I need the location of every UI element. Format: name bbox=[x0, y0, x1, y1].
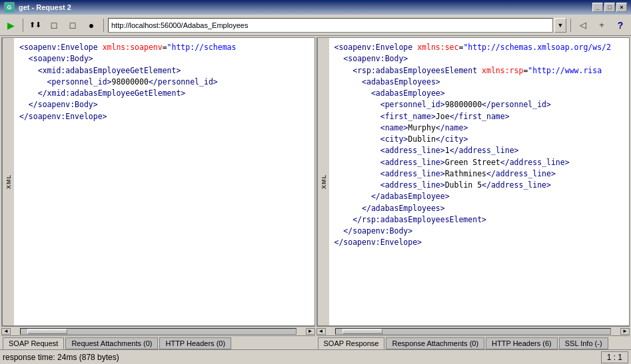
left-scroll-track[interactable] bbox=[20, 328, 297, 335]
right-xml-line10: <address_line>1</address_line> bbox=[334, 145, 624, 156]
right-xml-line1: <soapenv:Envelope xmlns:sec="http://sche… bbox=[334, 42, 624, 53]
left-panel-wrapper: XML <soapenv:Envelope xmlns:soapenv="htt… bbox=[0, 36, 316, 349]
toolbar-btn-3[interactable]: □ bbox=[65, 17, 81, 33]
url-input[interactable] bbox=[108, 18, 553, 33]
right-xml-line5: <adabasEmployee> bbox=[334, 88, 624, 99]
right-scroll-area: ◄ ► bbox=[316, 326, 630, 335]
response-time-status: response time: 24ms (878 bytes) bbox=[3, 353, 119, 362]
right-xml-line6: <personnel_id>98000000</personnel_id> bbox=[334, 99, 624, 110]
url-bar-container: ▼ bbox=[108, 18, 566, 33]
left-xml-line7: </soapenv:Envelope> bbox=[19, 111, 309, 122]
right-scroll-thumb[interactable] bbox=[342, 329, 382, 334]
right-scroll-right[interactable]: ► bbox=[620, 328, 630, 335]
left-xml-line2: <soapenv:Body> bbox=[19, 53, 309, 65]
right-xml-line14: </adabasEmployee> bbox=[334, 191, 624, 202]
minimize-button[interactable]: _ bbox=[592, 3, 603, 12]
tab-ssl-info[interactable]: SSL Info (-) bbox=[559, 337, 608, 349]
left-panel-tabs: SOAP Request Request Attachments (0) HTT… bbox=[1, 335, 315, 349]
right-xml-line18: </soapenv:Envelope> bbox=[334, 237, 624, 248]
right-xml-line9: <city>Dublin</city> bbox=[334, 134, 624, 145]
separator-2 bbox=[103, 19, 104, 32]
right-xml-line13: <address_line>Dublin 5</address_line> bbox=[334, 180, 624, 191]
window-title: get - Request 2 bbox=[19, 3, 71, 11]
left-xml-line3: <xmid:adabasEmployeeGetElement> bbox=[19, 65, 309, 77]
toolbar-right: ◁ + ? bbox=[575, 17, 628, 33]
separator-3 bbox=[570, 19, 571, 32]
tab-request-http-headers[interactable]: HTTP Headers (0) bbox=[159, 337, 231, 349]
separator-1 bbox=[23, 19, 23, 32]
panels-row: XML <soapenv:Envelope xmlns:soapenv="htt… bbox=[0, 36, 631, 349]
tab-response-attachments[interactable]: Response Attachments (0) bbox=[386, 337, 484, 349]
back-nav-button[interactable]: ◁ bbox=[575, 17, 591, 33]
status-bar: response time: 24ms (878 bytes) 1 : 1 bbox=[0, 349, 631, 364]
toolbar: ▶ ⬆⬇ □ □ ● ▼ ◁ + ? bbox=[0, 15, 631, 36]
left-xml-line5: </xmid:adabasEmployeeGetElement> bbox=[19, 88, 309, 99]
right-panel-wrapper: XML <soapenv:Envelope xmlns:sec="http://… bbox=[316, 36, 632, 349]
close-button[interactable]: × bbox=[616, 3, 627, 12]
left-xml-pre: <soapenv:Envelope xmlns:soapenv="http://… bbox=[19, 42, 309, 53]
maximize-button[interactable]: □ bbox=[604, 3, 615, 12]
right-xml-line8: <name>Murphy</name> bbox=[334, 122, 624, 134]
right-xml-line15: </adabasEmployees> bbox=[334, 203, 624, 214]
left-scroll-left[interactable]: ◄ bbox=[1, 328, 11, 335]
left-scroll-thumb[interactable] bbox=[27, 329, 67, 334]
toolbar-btn-2[interactable]: □ bbox=[46, 17, 62, 33]
right-xml-line7: <first_name>Joe</first_name> bbox=[334, 111, 624, 122]
right-xml-content[interactable]: <soapenv:Envelope xmlns:sec="http://sche… bbox=[329, 38, 630, 325]
left-xml-line4: <personnel_id>98000000</personnel_id> bbox=[19, 77, 309, 88]
toolbar-btn-1[interactable]: ⬆⬇ bbox=[27, 17, 43, 33]
right-xml-line3: <rsp:adabasEmployeesElement xmlns:rsp="h… bbox=[334, 65, 624, 77]
right-xml-line16: </rsp:adabasEmployeesElement> bbox=[334, 214, 624, 226]
right-scroll-track[interactable] bbox=[335, 328, 612, 335]
url-dropdown-button[interactable]: ▼ bbox=[554, 18, 566, 33]
right-xml-line4: <adabasEmployees> bbox=[334, 77, 624, 88]
add-button[interactable]: + bbox=[594, 17, 610, 33]
toolbar-btn-4[interactable]: ● bbox=[83, 17, 99, 33]
help-button[interactable]: ? bbox=[612, 17, 628, 33]
app-icon: G bbox=[4, 2, 15, 13]
right-scroll-left[interactable]: ◄ bbox=[316, 328, 326, 335]
left-scroll-area: ◄ ► bbox=[1, 326, 315, 335]
tab-request-attachments[interactable]: Request Attachments (0) bbox=[65, 337, 158, 349]
right-xml-line12: <address_line>Rathmines</address_line> bbox=[334, 168, 624, 180]
left-scroll-right[interactable]: ► bbox=[306, 328, 315, 335]
title-bar: G get - Request 2 _ □ × bbox=[0, 0, 631, 15]
right-xml-line2: <soapenv:Body> bbox=[334, 53, 624, 65]
left-xml-label: XML bbox=[2, 38, 14, 325]
window-controls[interactable]: _ □ × bbox=[592, 3, 627, 12]
position-status: 1 : 1 bbox=[601, 351, 628, 363]
left-xml-line6: </soapenv:Body> bbox=[19, 99, 309, 110]
left-xml-panel: XML <soapenv:Envelope xmlns:soapenv="htt… bbox=[1, 37, 315, 326]
right-xml-line11: <address_line>Green Street</address_line… bbox=[334, 157, 624, 168]
tab-soap-response[interactable]: SOAP Response bbox=[318, 337, 385, 349]
app-icon-letter: G bbox=[7, 4, 11, 11]
right-xml-label: XML bbox=[317, 38, 329, 325]
right-xml-line17: </soapenv:Body> bbox=[334, 226, 624, 237]
right-xml-panel: XML <soapenv:Envelope xmlns:sec="http://… bbox=[316, 37, 630, 326]
run-button[interactable]: ▶ bbox=[3, 17, 19, 33]
left-xml-content[interactable]: <soapenv:Envelope xmlns:soapenv="http://… bbox=[14, 38, 315, 325]
tab-soap-request[interactable]: SOAP Request bbox=[3, 337, 64, 349]
tab-response-http-headers[interactable]: HTTP Headers (6) bbox=[486, 337, 558, 349]
right-panel-tabs: SOAP Response Response Attachments (0) H… bbox=[316, 335, 630, 349]
